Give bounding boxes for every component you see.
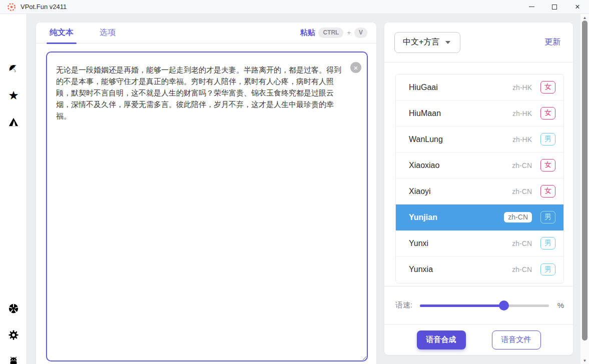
left-toolbar: ☂ ★ <box>0 14 27 364</box>
voice-locale-badge: zh-HK <box>512 84 532 92</box>
language-dropdown[interactable]: 中文+方言 <box>394 32 460 53</box>
window-scrollbar[interactable]: ▲ ▼ <box>580 14 589 364</box>
android-icon[interactable] <box>0 353 27 364</box>
editor-tabbar: 纯文本 选项 粘贴 CTRL + V <box>36 22 376 44</box>
v-key-badge: V <box>354 28 367 38</box>
actions-section: 语音合成 语音文件 <box>384 324 573 355</box>
gear-icon[interactable] <box>0 326 27 344</box>
aperture-icon[interactable] <box>0 300 27 317</box>
voice-gender-badge: 女 <box>540 185 555 198</box>
voices-panel: 中文+方言 更新 HiuGaai zh-HK 女 HiuMaan zh-HK 女… <box>384 22 573 355</box>
close-button[interactable]: × <box>566 0 589 14</box>
voice-name: Yunxia <box>409 265 433 274</box>
voice-row[interactable]: WanLung zh-HK 男 <box>396 126 563 152</box>
mountain-icon[interactable] <box>0 114 27 130</box>
voice-row[interactable]: Xiaoyi zh-CN 女 <box>396 178 563 204</box>
voice-locale-badge: zh-HK <box>512 136 532 144</box>
voice-name: Xiaoyi <box>409 187 431 196</box>
paste-hint: 粘贴 CTRL + V <box>300 28 367 38</box>
voice-row[interactable]: Yunxia zh-CN 男 <box>396 256 563 282</box>
language-dropdown-value: 中文+方言 <box>403 37 439 48</box>
voice-gender-badge: 男 <box>540 211 555 224</box>
voice-file-button[interactable]: 语音文件 <box>492 330 541 350</box>
clear-text-button[interactable]: × <box>350 62 361 73</box>
voice-gender-badge: 男 <box>540 133 555 146</box>
speed-slider[interactable] <box>420 301 548 310</box>
star-icon[interactable]: ★ <box>0 87 27 104</box>
scrollbar-thumb[interactable] <box>582 20 587 340</box>
umbrella-icon[interactable]: ☂ <box>0 60 27 78</box>
voice-name: HiuMaan <box>409 109 441 118</box>
voice-row[interactable]: HiuGaai zh-HK 女 <box>396 74 563 100</box>
voice-locale-badge: zh-CN <box>504 212 532 222</box>
voice-gender-badge: 男 <box>540 237 555 250</box>
synthesize-button[interactable]: 语音合成 <box>417 330 466 350</box>
paste-link[interactable]: 粘贴 <box>300 28 315 38</box>
slider-thumb[interactable] <box>499 300 509 310</box>
voice-locale-badge: zh-HK <box>512 110 532 118</box>
text-input-area: 无论是一段婚姻还是再婚，能够一起走到老的才是夫妻。半路离开的，都是过客。得到的不… <box>46 52 368 362</box>
voice-list: HiuGaai zh-HK 女 HiuMaan zh-HK 女 WanLung … <box>395 74 564 284</box>
minimize-icon <box>529 6 534 7</box>
voice-gender-badge: 女 <box>540 81 555 94</box>
plus-sign: + <box>347 29 351 36</box>
voice-gender-badge: 女 <box>540 159 555 172</box>
speed-section: 语速: % <box>384 286 573 324</box>
voice-locale-badge: zh-CN <box>512 240 532 248</box>
voice-row[interactable]: Yunjian zh-CN 男 <box>396 204 563 230</box>
title-bar: VPot.Fun v2411 × <box>0 0 589 14</box>
voice-locale-badge: zh-CN <box>512 188 532 196</box>
ctrl-key-badge: CTRL <box>318 28 343 38</box>
voice-name: Xiaoxiao <box>409 161 439 170</box>
tab-options[interactable]: 选项 <box>97 22 119 44</box>
minimize-button[interactable] <box>520 0 543 14</box>
editor-panel: 纯文本 选项 粘贴 CTRL + V 无论是一段婚姻还是再婚，能够一起走到老的才… <box>36 22 376 364</box>
maximize-icon <box>552 4 557 10</box>
window-title: VPot.Fun v2411 <box>21 3 67 10</box>
voice-locale-badge: zh-CN <box>512 266 532 274</box>
speed-label: 语速: <box>395 300 412 310</box>
slider-fill <box>420 304 503 307</box>
chevron-down-icon <box>445 41 450 44</box>
voice-locale-badge: zh-CN <box>512 162 532 170</box>
close-icon: × <box>575 3 579 11</box>
voice-name: Yunxi <box>409 239 428 248</box>
voice-gender-badge: 女 <box>540 107 555 120</box>
voice-name: Yunjian <box>409 213 437 222</box>
tab-plain-text[interactable]: 纯文本 <box>47 22 77 44</box>
refresh-link[interactable]: 更新 <box>544 37 560 48</box>
voice-row[interactable]: HiuMaan zh-HK 女 <box>396 100 563 126</box>
text-input[interactable]: 无论是一段婚姻还是再婚，能够一起走到老的才是夫妻。半路离开的，都是过客。得到的不… <box>46 52 368 362</box>
app-logo-icon <box>7 2 16 12</box>
voice-name: WanLung <box>409 135 443 144</box>
maximize-button[interactable] <box>543 0 566 14</box>
speed-unit: % <box>557 301 564 310</box>
scroll-down-icon[interactable]: ▼ <box>580 357 589 364</box>
voice-name: HiuGaai <box>409 83 438 92</box>
voice-row[interactable]: Yunxi zh-CN 男 <box>396 230 563 256</box>
voice-gender-badge: 男 <box>540 264 555 276</box>
voices-header: 中文+方言 更新 <box>384 22 573 62</box>
voice-row[interactable]: Xiaoxiao zh-CN 女 <box>396 152 563 178</box>
scroll-up-icon[interactable]: ▲ <box>580 14 589 21</box>
